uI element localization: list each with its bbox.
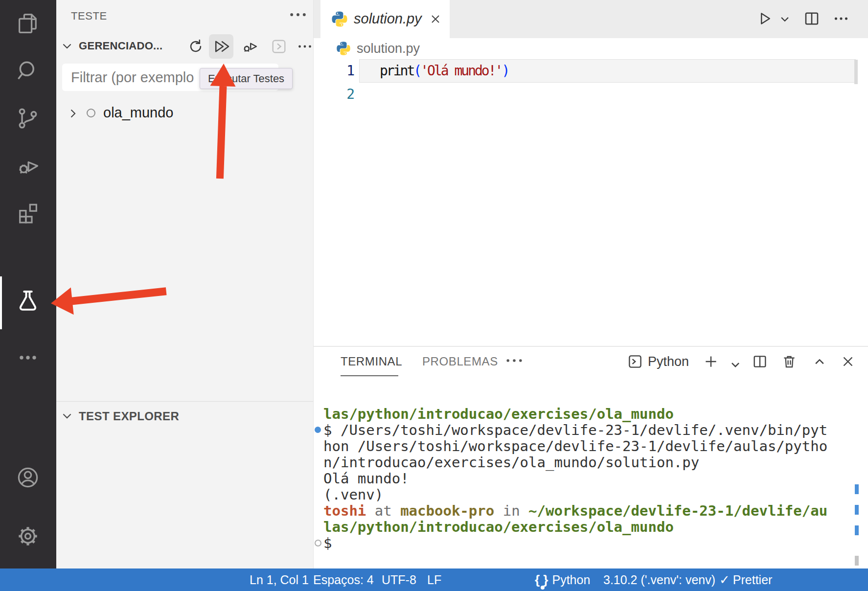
- section-header-test-explorer[interactable]: TEST EXPLORER: [56, 405, 313, 428]
- arrow-head: [210, 63, 237, 87]
- terminal-line: las/python/introducao/exercises/ola_mund…: [314, 406, 859, 422]
- search-icon[interactable]: [15, 58, 41, 84]
- code-line: print('Olá mundo!'): [380, 59, 508, 83]
- open-boxed-icon[interactable]: [270, 38, 288, 55]
- debug-tests-icon[interactable]: [241, 38, 259, 55]
- formatter-label: Prettier: [733, 573, 773, 587]
- tab-terminal[interactable]: TERMINAL: [341, 355, 402, 368]
- editor-group: solution.py solution.py 1 2: [313, 0, 868, 568]
- settings-gear-icon[interactable]: [15, 523, 41, 549]
- circle-decoration-icon: [314, 540, 323, 546]
- explorer-icon[interactable]: [15, 11, 41, 36]
- eol[interactable]: LF: [427, 568, 441, 591]
- section-divider: [56, 401, 313, 402]
- terminal-line: las/python/introducao/exercises/ola_mund…: [314, 519, 859, 535]
- trash-icon[interactable]: [781, 353, 798, 370]
- encoding[interactable]: UTF-8: [382, 568, 416, 591]
- more-icon[interactable]: [296, 38, 314, 55]
- split-editor-icon[interactable]: [803, 10, 821, 27]
- terminal-icon[interactable]: [627, 353, 643, 370]
- more-icon[interactable]: [503, 350, 525, 369]
- indent-setting[interactable]: Espaços: 4: [313, 568, 374, 591]
- scrollbar-mark: [855, 556, 859, 566]
- check-icon: ✓: [719, 572, 730, 587]
- active-tab-underline: [341, 375, 398, 376]
- line-number: 1: [324, 59, 354, 83]
- chevron-down-icon[interactable]: [727, 356, 741, 373]
- blue-dot-decoration-icon: [314, 427, 323, 433]
- code-editor[interactable]: 1 2 print('Olá mundo!'): [314, 59, 868, 346]
- breadcrumb: solution.py: [314, 38, 868, 60]
- scrollbar-mark: [855, 505, 859, 515]
- activity-bar: [0, 0, 56, 568]
- test-item-label: ola_mundo: [103, 105, 174, 121]
- scrollbar-cursor-mark: [854, 60, 858, 84]
- python-icon: [331, 11, 348, 27]
- python-icon: [336, 41, 351, 56]
- python-interpreter[interactable]: 3.10.2 ('.venv': venv): [603, 568, 715, 591]
- braces-icon: { }: [535, 568, 548, 591]
- arrow-shaft: [216, 86, 227, 179]
- arrow-shaft: [71, 287, 167, 305]
- close-icon[interactable]: [840, 353, 856, 370]
- test-state-icon: [87, 109, 95, 117]
- chevron-right-icon[interactable]: [66, 107, 80, 120]
- chevron-up-icon[interactable]: [811, 353, 828, 370]
- refresh-icon[interactable]: [187, 38, 205, 55]
- tab-label: solution.py: [354, 11, 422, 27]
- terminal-line: toshi at macbook-pro in ~/workspace/devl…: [314, 502, 859, 519]
- more-icon[interactable]: [832, 10, 850, 27]
- cursor-position[interactable]: Ln 1, Col 1: [250, 568, 309, 591]
- scrollbar-mark: [855, 484, 859, 494]
- terminal-line: n/introducao/exercises/ola_mundo/solutio…: [314, 454, 859, 470]
- new-terminal-icon[interactable]: [703, 353, 719, 370]
- line-number: 2: [324, 83, 354, 106]
- source-control-icon[interactable]: [15, 106, 41, 131]
- status-bar: Ln 1, Col 1 Espaços: 4 UTF-8 LF { }Pytho…: [0, 568, 868, 591]
- extensions-icon[interactable]: [15, 201, 41, 226]
- terminal-line: Olá mundo!: [314, 470, 859, 486]
- filter-placeholder: Filtrar (por exemplo: [71, 64, 194, 91]
- shell-label[interactable]: Python: [648, 354, 689, 369]
- annotation-arrow-up: [206, 63, 238, 179]
- tab-bar: solution.py: [314, 0, 868, 38]
- terminal-line: $: [314, 535, 859, 551]
- terminal-output[interactable]: las/python/introducao/exercises/ola_mund…: [314, 406, 859, 551]
- run-and-debug-icon[interactable]: [15, 153, 41, 179]
- chevron-down-icon: [60, 409, 74, 423]
- breadcrumb-item[interactable]: solution.py: [357, 41, 420, 56]
- account-icon[interactable]: [15, 465, 41, 490]
- sidebar-more-icon[interactable]: [287, 4, 309, 23]
- section-label[interactable]: GERENCIADO...: [79, 40, 162, 52]
- sidebar-title: TESTE: [71, 10, 107, 23]
- language-label: Python: [552, 573, 590, 587]
- language-mode[interactable]: { }Python: [535, 568, 590, 591]
- close-icon[interactable]: [429, 13, 442, 25]
- terminal-line: $ /Users/toshi/workspace/devlife-23-1/de…: [314, 422, 859, 438]
- tab-problemas[interactable]: PROBLEMAS: [422, 355, 498, 368]
- section-header-gerenciado: GERENCIADO...: [56, 34, 313, 59]
- more-icon[interactable]: [15, 345, 41, 370]
- tab-solution-py[interactable]: solution.py: [320, 0, 450, 38]
- active-view-indicator: [0, 276, 2, 329]
- arrow-head: [49, 288, 74, 317]
- terminal-line: hon /Users/toshi/workspace/devlife-23-1/…: [314, 438, 859, 454]
- terminal-line: (.venv): [314, 486, 859, 502]
- section-label: TEST EXPLORER: [79, 409, 179, 423]
- scrollbar-mark: [855, 525, 859, 535]
- split-panel-icon[interactable]: [752, 353, 768, 370]
- run-icon[interactable]: [756, 10, 774, 27]
- chevron-down-icon[interactable]: [777, 12, 792, 29]
- run-tests-icon[interactable]: [212, 38, 230, 55]
- chevron-down-icon[interactable]: [60, 39, 74, 53]
- testing-beaker-icon[interactable]: [15, 289, 41, 314]
- terminal-panel: TERMINAL PROBLEMAS Python las: [314, 346, 868, 568]
- test-tree-item-ola-mundo[interactable]: ola_mundo: [56, 101, 313, 126]
- formatter-status[interactable]: ✓Prettier: [719, 568, 772, 591]
